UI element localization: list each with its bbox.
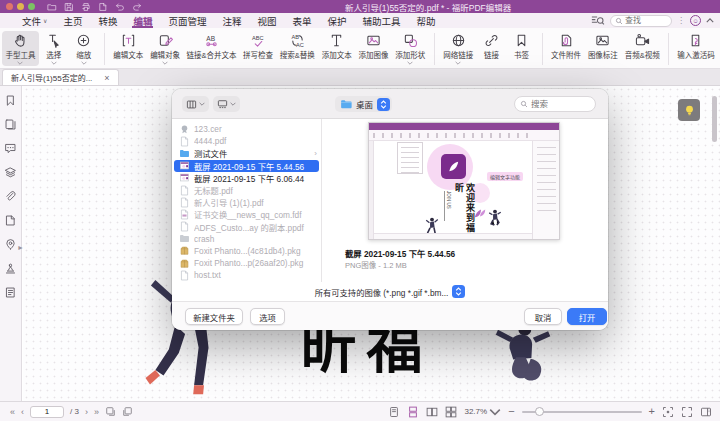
continuous-facing-view-icon[interactable]	[445, 406, 457, 418]
file-row[interactable]: 123.cer	[172, 123, 321, 135]
toolbar-hand-tool-button[interactable]: 手型工具	[2, 31, 39, 66]
toolbar-add-text-button[interactable]: 添加文本	[318, 31, 355, 66]
rail-expand-icon[interactable]: ►	[17, 244, 24, 251]
toolbar-activation-code-button[interactable]: 输入激活码	[674, 31, 718, 66]
toolbar-select-tool-button[interactable]: 选择	[39, 31, 69, 66]
file-row[interactable]: 截屏 2021-09-15 下午 5.44.56	[174, 160, 319, 172]
file-row[interactable]: host.txt	[172, 269, 321, 281]
close-window-button[interactable]	[6, 3, 13, 10]
rail-comment-icon[interactable]	[4, 142, 17, 155]
redo-icon[interactable]	[132, 2, 142, 12]
dialog-searchbox[interactable]	[514, 96, 596, 112]
account-icon[interactable]: ☺	[690, 15, 701, 26]
zoom-in-icon[interactable]: +	[649, 406, 655, 417]
toolbar-zoom-tool-button[interactable]: 缩放	[69, 31, 99, 66]
file-type-filter[interactable]: 所有可支持的图像 (*.png *.gif *.bm...	[315, 286, 449, 298]
new-folder-button[interactable]: 新建文件夹	[185, 308, 243, 325]
rail-page-icon[interactable]	[4, 214, 17, 227]
cancel-button[interactable]: 取消	[524, 308, 562, 325]
file-row[interactable]: Foxit Phanto...(4c81db4).pkg	[172, 245, 321, 257]
toolbar-spell-check-button[interactable]: ABC拼写检查	[240, 31, 277, 66]
toolbar-image-annotation-button[interactable]: 图像标注	[584, 31, 621, 66]
file-row[interactable]: 4444.pdf	[172, 135, 321, 147]
rail-pages-icon[interactable]	[4, 118, 17, 131]
toolbar-link-merge-text-button[interactable]: AB链接&合并文本	[184, 31, 240, 66]
zoom-slider[interactable]	[522, 411, 642, 413]
rail-form-icon[interactable]	[4, 286, 17, 299]
print-icon[interactable]	[81, 2, 91, 12]
filter-stepper-icon[interactable]	[452, 285, 465, 298]
file-row[interactable]: 截屏 2021-09-15 下午 6.06.44	[172, 172, 321, 184]
menu-item-注释[interactable]: 注释	[214, 13, 249, 28]
gallery-view-button[interactable]	[213, 96, 240, 112]
toolbar-audio-video-button[interactable]: 音频&视频	[621, 31, 663, 66]
document-tab[interactable]: 新人引导(1)55否定的... ×	[2, 69, 119, 85]
last-page-icon[interactable]: »	[94, 407, 99, 417]
fit-visible-icon[interactable]	[662, 406, 674, 418]
open-folder-icon[interactable]	[47, 2, 57, 12]
zoom-window-button[interactable]	[28, 3, 35, 10]
assistant-bulb-button[interactable]	[678, 99, 700, 121]
collapse-toolbar-icon[interactable]	[706, 18, 714, 23]
menu-item-主页[interactable]: 主页	[55, 13, 90, 28]
toolbar-edit-object-button[interactable]: 编辑对象	[147, 31, 184, 66]
zoom-level-dropdown[interactable]: 32.7%	[464, 406, 501, 418]
toolbar-bookmark-button[interactable]: 书签	[507, 31, 537, 66]
toolbar-edit-text-button[interactable]: 编辑文本	[110, 31, 147, 66]
file-row[interactable]: 证书交换__news_qq_com.fdf	[172, 208, 321, 220]
single-page-view-icon[interactable]	[388, 406, 400, 418]
search-settings-icon[interactable]	[591, 15, 605, 26]
menu-item-转换[interactable]: 转换	[90, 13, 125, 28]
prev-page-icon[interactable]: ‹	[21, 407, 24, 417]
menu-item-辅助工具[interactable]: 辅助工具	[355, 13, 409, 28]
menu-item-表单[interactable]: 表单	[285, 13, 320, 28]
toolbar-search-replace-button[interactable]: ABAC搜索&替换	[277, 31, 319, 66]
rail-destination-icon[interactable]	[4, 238, 17, 251]
file-row[interactable]: ADFS_Custo...ay 的副本.ppdf	[172, 221, 321, 233]
menu-item-编辑[interactable]: 编辑	[125, 13, 160, 28]
new-doc-icon[interactable]	[98, 2, 108, 12]
toolbar-add-shape-button[interactable]: 添加形状	[392, 31, 429, 66]
list-view-button[interactable]	[182, 96, 209, 112]
file-row[interactable]: Foxit Phanto...p(26aaf20).pkg	[172, 257, 321, 269]
next-page-icon[interactable]: ›	[85, 407, 88, 417]
rail-stamp-icon[interactable]	[4, 262, 17, 275]
location-stepper-icon[interactable]	[377, 98, 390, 111]
file-row[interactable]: 测试文件›	[172, 147, 321, 159]
toolbar-add-image-button[interactable]: 添加图像	[355, 31, 392, 66]
undo-icon[interactable]	[115, 2, 125, 12]
next-view-icon[interactable]	[122, 406, 133, 417]
close-tab-icon[interactable]: ×	[104, 73, 109, 83]
save-icon[interactable]	[64, 2, 74, 12]
find-searchbox[interactable]	[610, 15, 672, 27]
vertical-scrollbar[interactable]	[712, 96, 717, 142]
reading-panel-icon[interactable]	[700, 406, 712, 418]
rail-layers-icon[interactable]	[4, 166, 17, 179]
file-row[interactable]: 新人引导 (1)(1).pdf	[172, 196, 321, 208]
toolbar-web-link-button[interactable]: 网络链接	[440, 31, 477, 66]
facing-view-icon[interactable]	[426, 406, 438, 418]
menu-item-视图[interactable]: 视图	[250, 13, 285, 28]
fullscreen-icon[interactable]	[681, 406, 693, 418]
menu-item-页面管理[interactable]: 页面管理	[160, 13, 214, 28]
open-button[interactable]: 打开	[567, 308, 607, 325]
zoom-slider-knob[interactable]	[535, 407, 544, 416]
options-button[interactable]: 选项	[250, 308, 285, 325]
toolbar-link-button[interactable]: 链接	[477, 31, 507, 66]
dialog-search-input[interactable]	[531, 99, 586, 109]
file-row[interactable]: 无标题.pdf	[172, 184, 321, 196]
rail-attachment-icon[interactable]	[4, 190, 17, 203]
toolbar-file-attachment-button[interactable]: 文件附件	[548, 31, 585, 66]
more-options-icon[interactable]: ⋮	[677, 16, 685, 25]
location-dropdown[interactable]: 桌面	[335, 96, 392, 112]
menu-item-保护[interactable]: 保护	[320, 13, 355, 28]
find-input[interactable]	[625, 16, 665, 25]
menu-item-帮助[interactable]: 帮助	[409, 13, 444, 28]
minimize-window-button[interactable]	[17, 3, 24, 10]
rail-bookmark-icon[interactable]	[4, 94, 17, 107]
menu-item-文件[interactable]: 文件∨	[14, 13, 55, 28]
first-page-icon[interactable]: «	[10, 407, 15, 417]
prev-view-icon[interactable]	[105, 406, 116, 417]
page-number-input[interactable]	[30, 406, 64, 418]
zoom-out-icon[interactable]: −	[508, 406, 514, 417]
